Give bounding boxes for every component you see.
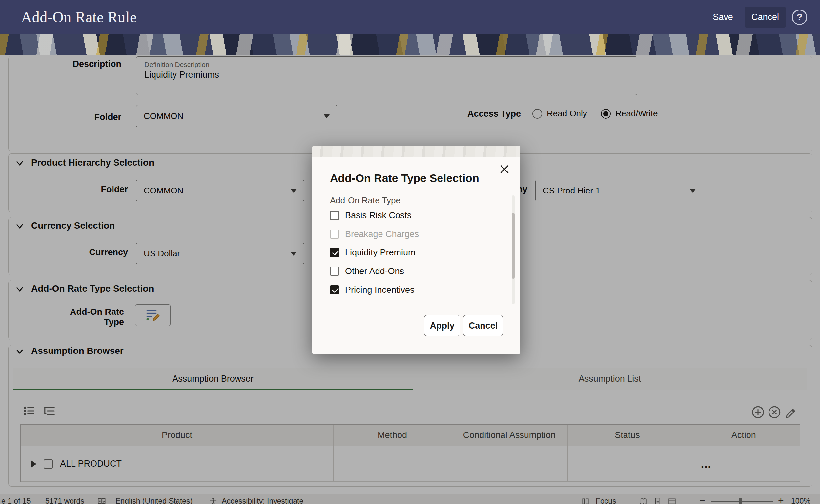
banner-art bbox=[0, 34, 820, 55]
checkbox-icon bbox=[330, 211, 339, 220]
dialog-texture-header bbox=[312, 146, 520, 157]
cancel-button[interactable]: Cancel bbox=[745, 7, 786, 28]
option-breakage-charges: Breakage Charges bbox=[330, 225, 419, 243]
app-header-bar: Add-On Rate Rule Save Cancel ? bbox=[0, 0, 820, 34]
option-basis-risk-costs[interactable]: Basis Risk Costs bbox=[330, 207, 412, 224]
help-icon[interactable]: ? bbox=[792, 10, 807, 25]
checkbox-icon bbox=[330, 267, 339, 276]
save-button[interactable]: Save bbox=[706, 7, 740, 28]
checkbox-icon bbox=[330, 248, 339, 257]
option-liquidity-premium[interactable]: Liquidity Premium bbox=[330, 244, 416, 261]
dialog-scrollbar-track[interactable] bbox=[512, 195, 515, 304]
close-icon[interactable] bbox=[498, 163, 511, 176]
dialog-scrollbar-thumb[interactable] bbox=[512, 213, 515, 279]
page-title: Add-On Rate Rule bbox=[21, 0, 137, 34]
dialog-list-label: Add-On Rate Type bbox=[330, 195, 400, 206]
option-other-add-ons[interactable]: Other Add-Ons bbox=[330, 262, 404, 280]
checkbox-icon bbox=[330, 285, 339, 294]
dialog-cancel-button[interactable]: Cancel bbox=[463, 315, 503, 336]
dialog-apply-button[interactable]: Apply bbox=[424, 315, 460, 336]
app-screen: Add-On Rate Rule Save Cancel ? Descripti… bbox=[0, 0, 820, 504]
option-pricing-incentives[interactable]: Pricing Incentives bbox=[330, 281, 415, 299]
dialog-title: Add-On Rate Type Selection bbox=[330, 172, 479, 185]
checkbox-icon bbox=[330, 230, 339, 239]
addon-rate-type-dialog: Add-On Rate Type Selection Add-On Rate T… bbox=[312, 146, 520, 354]
